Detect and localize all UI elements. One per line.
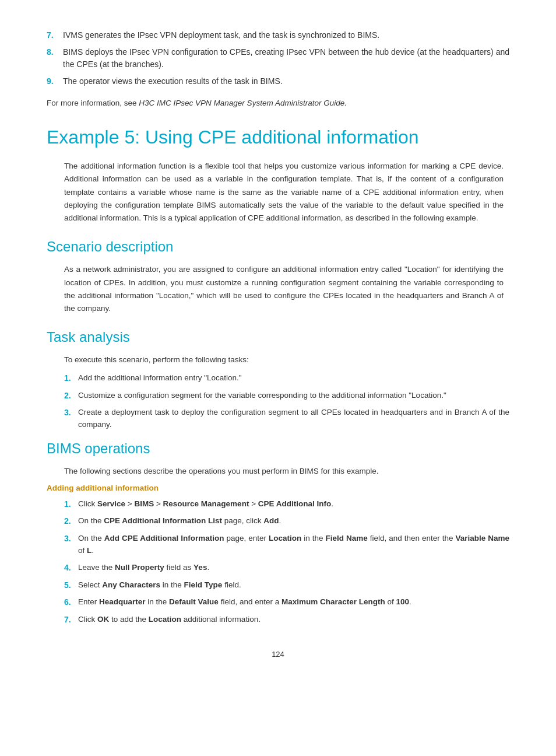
step-bold-text: Add CPE Additional Information bbox=[104, 534, 224, 542]
list-content: IVMS generates the IPsec VPN deployment … bbox=[63, 29, 509, 41]
step-bold-text: Location bbox=[269, 534, 301, 542]
step-bold-text: Any Characters bbox=[102, 580, 160, 589]
task-content: Add the additional information entry "Lo… bbox=[78, 372, 509, 385]
step-bold-text: 100 bbox=[396, 597, 410, 606]
adding-step-item: 3.On the Add CPE Additional Information … bbox=[64, 533, 509, 557]
step-content: On the Add CPE Additional Information pa… bbox=[78, 533, 509, 557]
task-number: 2. bbox=[64, 390, 78, 402]
step-bold-text: Location bbox=[149, 615, 181, 624]
step-number: 7. bbox=[64, 614, 78, 626]
adding-step-item: 4.Leave the Null Property field as Yes. bbox=[64, 562, 509, 575]
step-bold-text: Add bbox=[263, 516, 279, 525]
step-bold-text: L bbox=[87, 546, 92, 555]
bims-intro: The following sections describe the oper… bbox=[47, 465, 509, 478]
main-heading: Example 5: Using CPE additional informat… bbox=[47, 126, 509, 148]
main-intro-paragraph: The additional information function is a… bbox=[47, 160, 509, 225]
step-bold-text: Variable Name bbox=[455, 534, 509, 542]
scenario-heading: Scenario description bbox=[47, 239, 509, 255]
task-heading: Task analysis bbox=[47, 329, 509, 345]
step-bold-text: OK bbox=[97, 615, 109, 624]
step-bold-text: Service bbox=[97, 499, 125, 508]
adding-steps-list: 1.Click Service > BIMS > Resource Manage… bbox=[47, 498, 509, 626]
step-bold-text: Maximum Character Length bbox=[281, 597, 385, 606]
task-list-item: 1.Add the additional information entry "… bbox=[64, 372, 509, 385]
bims-heading: BIMS operations bbox=[47, 440, 509, 457]
adding-step-item: 5.Select Any Characters in the Field Typ… bbox=[64, 579, 509, 592]
task-intro: To execute this scenario, perform the fo… bbox=[47, 354, 509, 366]
step-number: 3. bbox=[64, 533, 78, 557]
step-number: 2. bbox=[64, 515, 78, 528]
step-number: 5. bbox=[64, 579, 78, 592]
adding-subheading: Adding additional information bbox=[47, 484, 509, 492]
page-container: 7.IVMS generates the IPsec VPN deploymen… bbox=[0, 0, 556, 694]
list-number: 7. bbox=[47, 29, 63, 41]
step-number: 6. bbox=[64, 596, 78, 609]
step-number: 4. bbox=[64, 562, 78, 575]
step-bold-text: Null Property bbox=[115, 563, 164, 572]
adding-step-item: 7.Click OK to add the Location additiona… bbox=[64, 614, 509, 626]
step-content: Select Any Characters in the Field Type … bbox=[78, 579, 509, 592]
reference-text: For more information, see H3C IMC IPsec … bbox=[47, 97, 509, 110]
list-content: BIMS deploys the IPsec VPN configuration… bbox=[63, 46, 509, 71]
task-content: Customize a configuration segment for th… bbox=[78, 390, 509, 402]
step-bold-text: Headquarter bbox=[99, 597, 146, 606]
top-list-item: 9.The operator views the execution resul… bbox=[47, 75, 509, 88]
step-bold-text: Yes bbox=[193, 563, 207, 572]
list-number: 8. bbox=[47, 46, 63, 71]
step-bold-text: CPE Additional Information List bbox=[104, 516, 222, 525]
top-list-item: 7.IVMS generates the IPsec VPN deploymen… bbox=[47, 29, 509, 41]
step-content: Click OK to add the Location additional … bbox=[78, 614, 509, 626]
step-bold-text: Field Name bbox=[325, 534, 367, 542]
step-bold-text: Field Type bbox=[184, 580, 223, 589]
step-bold-text: Default Value bbox=[169, 597, 219, 606]
task-list: 1.Add the additional information entry "… bbox=[47, 372, 509, 431]
step-content: Click Service > BIMS > Resource Manageme… bbox=[78, 498, 509, 511]
task-content: Create a deployment task to deploy the c… bbox=[78, 407, 509, 431]
adding-step-item: 6.Enter Headquarter in the Default Value… bbox=[64, 596, 509, 609]
step-content: On the CPE Additional Information List p… bbox=[78, 515, 509, 528]
adding-step-item: 1.Click Service > BIMS > Resource Manage… bbox=[64, 498, 509, 511]
task-number: 1. bbox=[64, 372, 78, 385]
step-content: Enter Headquarter in the Default Value f… bbox=[78, 596, 509, 609]
step-bold-text: Resource Management bbox=[163, 499, 249, 508]
adding-step-item: 2.On the CPE Additional Information List… bbox=[64, 515, 509, 528]
task-number: 3. bbox=[64, 407, 78, 431]
step-bold-text: BIMS bbox=[134, 499, 154, 508]
task-list-item: 2.Customize a configuration segment for … bbox=[64, 390, 509, 402]
scenario-paragraph: As a network administrator, you are assi… bbox=[47, 263, 509, 315]
page-number: 124 bbox=[47, 650, 509, 659]
list-number: 9. bbox=[47, 75, 63, 88]
top-numbered-list: 7.IVMS generates the IPsec VPN deploymen… bbox=[47, 29, 509, 88]
task-list-item: 3.Create a deployment task to deploy the… bbox=[64, 407, 509, 431]
step-content: Leave the Null Property field as Yes. bbox=[78, 562, 509, 575]
step-number: 1. bbox=[64, 498, 78, 511]
top-list-item: 8.BIMS deploys the IPsec VPN configurati… bbox=[47, 46, 509, 71]
list-content: The operator views the execution results… bbox=[63, 75, 509, 88]
step-bold-text: CPE Additional Info bbox=[258, 499, 332, 508]
